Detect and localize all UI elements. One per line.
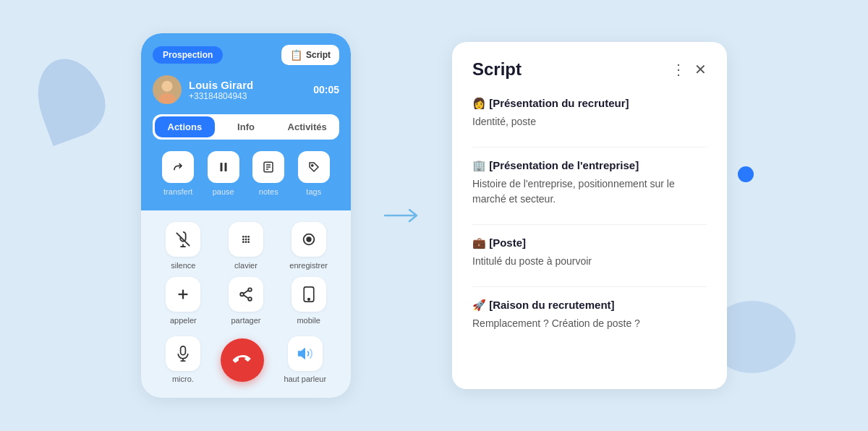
close-icon[interactable]: ✕: [694, 61, 707, 78]
svg-point-14: [245, 236, 247, 238]
more-options-icon[interactable]: ⋮: [671, 61, 686, 78]
svg-point-28: [248, 297, 252, 301]
svg-point-19: [242, 241, 244, 243]
clavier-icon: [229, 222, 263, 257]
script-button[interactable]: 📋 Script: [281, 45, 339, 65]
transfer-icon: [162, 151, 194, 183]
enregistrer-icon: [292, 222, 326, 257]
script-panel: Script ⋮ ✕ 👩 [Présentation du recruteur]…: [452, 42, 727, 389]
script-section-0: 👩 [Présentation du recruteur] Identité, …: [472, 97, 707, 129]
phone-header: Prospection 📋 Script L: [141, 33, 351, 210]
divider-0: [472, 147, 707, 148]
script-section-title-0: 👩 [Présentation du recruteur]: [472, 97, 707, 110]
micro-icon: [166, 336, 200, 371]
action-buttons: transfert pause: [153, 151, 339, 196]
appeler-button[interactable]: appeler: [156, 277, 211, 325]
notes-icon: [252, 151, 284, 183]
deco-circle: [738, 166, 754, 182]
transfer-button[interactable]: transfert: [162, 151, 194, 196]
tab-actions[interactable]: Actions: [155, 116, 215, 137]
caller-details: Louis Girard +33184804943: [189, 79, 253, 101]
mobile-button[interactable]: mobile: [281, 277, 336, 325]
script-section-body-0: Identité, poste: [472, 114, 707, 129]
svg-point-21: [247, 241, 250, 243]
micro-button[interactable]: micro.: [166, 336, 200, 383]
svg-point-9: [311, 165, 312, 166]
haut-parleur-button[interactable]: haut parleur: [284, 336, 326, 383]
silence-button[interactable]: silence: [156, 222, 211, 270]
haut-parleur-label: haut parleur: [284, 375, 326, 383]
svg-point-20: [245, 241, 247, 243]
script-section-title-1: 🏢 [Présentation de l'entreprise]: [472, 159, 707, 172]
svg-marker-36: [299, 349, 305, 359]
enregistrer-button[interactable]: enregistrer: [281, 222, 336, 270]
script-section-title-2: 💼 [Poste]: [472, 236, 707, 249]
pause-icon: [208, 151, 239, 183]
svg-point-18: [247, 239, 250, 241]
svg-point-27: [240, 293, 244, 296]
svg-rect-3: [220, 163, 222, 171]
deco-teardrop: [26, 49, 114, 146]
call-controls: micro. haut parleur: [141, 332, 351, 383]
hangup-button[interactable]: [221, 338, 264, 382]
enregistrer-label: enregistrer: [289, 261, 328, 270]
caller-info: Louis Girard +33184804943 00:05: [153, 75, 339, 104]
svg-line-30: [244, 295, 249, 298]
divider-1: [472, 224, 707, 225]
pause-button[interactable]: pause: [208, 151, 239, 196]
svg-rect-33: [180, 346, 185, 355]
script-emoji-0: 👩: [472, 97, 489, 109]
avatar: [153, 75, 182, 104]
prospection-badge: Prospection: [153, 46, 223, 64]
script-section-3: 🚀 [Raison du recrutement] Remplacement ?…: [472, 299, 707, 331]
script-emoji-3: 🚀: [472, 299, 489, 311]
svg-point-32: [307, 299, 310, 301]
partager-button[interactable]: partager: [218, 277, 274, 325]
haut-parleur-icon: [288, 336, 323, 371]
script-section-body-2: Intitulé du poste à pourvoir: [472, 254, 707, 269]
script-panel-header: Script ⋮ ✕: [472, 59, 707, 80]
appeler-icon: [166, 277, 200, 312]
micro-label: micro.: [172, 375, 194, 383]
transfer-label: transfert: [163, 187, 192, 196]
script-section-title-3: 🚀 [Raison du recrutement]: [472, 299, 707, 312]
script-panel-title: Script: [472, 59, 522, 80]
script-header-actions: ⋮ ✕: [671, 61, 707, 78]
script-section-1: 🏢 [Présentation de l'entreprise] Histoir…: [472, 159, 707, 207]
svg-rect-4: [224, 163, 226, 171]
script-section-body-3: Remplacement ? Création de poste ?: [472, 316, 707, 331]
script-icon: 📋: [290, 49, 302, 61]
call-timer: 00:05: [313, 84, 339, 95]
main-content: Prospection 📋 Script L: [141, 33, 727, 398]
phone-top-row: Prospection 📋 Script: [153, 45, 339, 65]
secondary-buttons: silence clavier: [141, 210, 351, 332]
tags-label: tags: [306, 187, 321, 196]
svg-line-10: [176, 233, 190, 246]
partager-icon: [229, 277, 263, 312]
silence-label: silence: [171, 261, 195, 270]
svg-line-29: [244, 291, 249, 294]
tags-button[interactable]: tags: [298, 151, 330, 196]
script-emoji-2: 💼: [472, 236, 489, 249]
pause-label: pause: [213, 187, 234, 196]
tabs-row: Actions Info Activités: [153, 114, 339, 140]
arrow-container: [380, 207, 423, 224]
caller-name: Louis Girard: [189, 79, 253, 91]
mobile-icon: [292, 277, 326, 312]
caller-phone: +33184804943: [189, 91, 253, 101]
tags-icon: [298, 151, 330, 183]
caller-left: Louis Girard +33184804943: [153, 75, 253, 104]
script-emoji-1: 🏢: [472, 159, 489, 171]
tab-info[interactable]: Info: [216, 116, 276, 137]
svg-point-16: [242, 239, 244, 241]
tab-activites[interactable]: Activités: [277, 116, 337, 137]
clavier-button[interactable]: clavier: [218, 222, 274, 270]
notes-button[interactable]: notes: [252, 151, 284, 196]
appeler-label: appeler: [170, 316, 197, 325]
script-button-label: Script: [306, 50, 331, 60]
script-section-2: 💼 [Poste] Intitulé du poste à pourvoir: [472, 236, 707, 269]
phone-card: Prospection 📋 Script L: [141, 33, 351, 398]
svg-point-13: [242, 236, 244, 238]
arrow-icon: [383, 207, 420, 224]
partager-label: partager: [231, 316, 261, 325]
